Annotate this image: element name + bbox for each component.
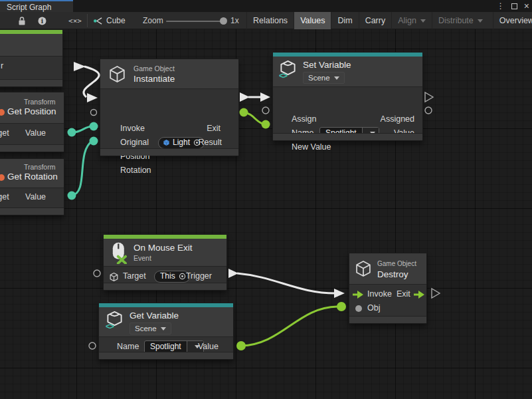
port-assign-in-arrow[interactable] <box>260 92 270 102</box>
tab-title: Script Graph <box>7 3 51 12</box>
node-footer <box>0 79 62 86</box>
port-result-dot[interactable] <box>240 108 248 117</box>
assign-row: Assign Assigned <box>273 112 422 126</box>
node-get-rotation[interactable]: Transform Get Rotation Target Value <box>0 158 64 215</box>
variable-scope-dropdown[interactable]: Scene <box>303 72 345 84</box>
original-object-value: Light <box>173 136 190 150</box>
wire-result-to-newvalue[interactable] <box>244 112 265 124</box>
zoom-slider-track[interactable] <box>166 21 224 22</box>
node-category: Game Object <box>377 260 416 267</box>
overview-button[interactable]: Overview <box>493 12 532 29</box>
edit-source-icon[interactable]: <×> <box>65 12 85 29</box>
wire-value-to-obj[interactable] <box>241 307 337 346</box>
tab-script-graph[interactable]: Script Graph <box>0 0 73 12</box>
lock-icon[interactable] <box>15 12 29 29</box>
port-invoke-in-arrow[interactable] <box>87 93 98 102</box>
invoke-port-label: Invoke <box>367 287 392 301</box>
node-destroy[interactable]: Game Object Destroy Invoke Exit Obj <box>349 253 427 324</box>
target-object-value: This <box>160 269 175 283</box>
dim-button[interactable]: Dim <box>331 12 358 29</box>
port-newvalue-dot[interactable] <box>262 120 270 129</box>
zoom-label: Zoom <box>143 16 163 25</box>
node-title: On Mouse Exit <box>133 243 193 253</box>
wire-position[interactable] <box>72 126 92 132</box>
game-object-cube-icon <box>109 272 119 282</box>
port-getvariable-name-circle[interactable] <box>89 342 96 349</box>
assign-port-label: Assign <box>292 112 317 126</box>
port-row: Target Value <box>0 126 64 140</box>
wire-trigger-to-invoke[interactable] <box>84 66 99 97</box>
new-value-port-label: New Value <box>292 140 331 154</box>
result-port-label: Result <box>199 136 222 150</box>
obj-port-dot-icon[interactable] <box>355 305 362 312</box>
chevron-down-icon <box>420 19 426 23</box>
maximize-icon[interactable] <box>511 3 517 9</box>
port-exit-out-arrow[interactable] <box>240 92 250 102</box>
invoke-port-label: Invoke <box>120 122 145 136</box>
prefab-cube-icon <box>163 139 170 146</box>
port-trigger-out-arrow[interactable] <box>228 269 238 278</box>
zoom-slider-handle[interactable] <box>220 17 227 25</box>
exit-port-label: Exit <box>207 122 221 136</box>
port-setvariable-name-circle[interactable] <box>262 107 269 114</box>
node-category: Transform <box>24 98 55 106</box>
node-subtitle: Event <box>133 254 151 262</box>
flow-out-arrow-icon[interactable] <box>414 291 424 299</box>
port-trigger-out-arrow[interactable] <box>74 62 86 71</box>
port-assigned-triangle[interactable] <box>425 92 433 102</box>
variable-scope-value: Scene <box>308 74 330 82</box>
port-instantiate-position-dot[interactable] <box>90 122 98 131</box>
graph-icon <box>93 16 103 26</box>
graph-breadcrumb[interactable]: Cube <box>93 12 126 29</box>
node-title: Destroy <box>377 269 408 279</box>
node-on-mouse-exit[interactable]: On Mouse Exit Event Target This Trigger <box>103 234 227 291</box>
game-object-cube-icon <box>108 65 127 84</box>
node-event-stub[interactable]: r <box>0 29 63 87</box>
node-footer <box>100 148 238 156</box>
node-title: Get Variable <box>130 311 179 321</box>
wire-rotation[interactable] <box>72 141 92 196</box>
align-dropdown[interactable]: Align <box>391 12 432 29</box>
window-menu-icon[interactable]: ⋮ <box>497 1 505 11</box>
exit-port-label: Exit <box>397 287 410 301</box>
port-mouseexit-target-circle[interactable] <box>94 270 100 277</box>
node-footer <box>99 352 233 359</box>
close-icon[interactable]: × <box>524 3 529 9</box>
distribute-dropdown[interactable]: Distribute <box>432 12 489 29</box>
info-icon[interactable]: i <box>35 12 49 29</box>
port-getposition-value-dot[interactable] <box>68 128 76 137</box>
variable-brackets-icon: <> <box>106 322 114 331</box>
port-destroy-obj-dot[interactable] <box>337 302 346 311</box>
node-set-variable[interactable]: <> Set Variable Scene Assign Assigned Na… <box>272 52 423 141</box>
rotation-row: Rotation <box>100 164 238 178</box>
port-getrotation-value-dot[interactable] <box>68 192 76 200</box>
target-trigger-row: Target This Trigger <box>104 269 226 283</box>
port-setvariable-value-circle[interactable] <box>425 107 432 114</box>
port-original-circle[interactable] <box>91 110 97 116</box>
original-object-field[interactable]: Light <box>158 137 205 149</box>
node-get-variable[interactable]: <> Get Variable Scene Name Spotlight Val… <box>98 303 234 360</box>
wire-trigger-to-destroy[interactable] <box>237 273 335 293</box>
object-picker-icon[interactable] <box>178 272 187 281</box>
port-destroy-invoke-arrow[interactable] <box>334 289 345 298</box>
target-port-label: Target <box>0 126 9 140</box>
invoke-exit-row: Invoke Exit <box>100 122 238 136</box>
target-object-field[interactable]: This <box>154 271 190 283</box>
graph-canvas[interactable]: r Transform Get Position Target Value Tr… <box>0 29 532 399</box>
toolbar-buttons: Relations Values Dim Carry Align Distrib… <box>246 12 532 29</box>
node-title: Set Variable <box>303 60 351 70</box>
relations-button[interactable]: Relations <box>246 12 294 29</box>
node-title: Instantiate <box>133 74 175 84</box>
port-getvariable-value-dot[interactable] <box>236 341 246 350</box>
port-destroy-exit-triangle[interactable] <box>432 289 440 298</box>
target-port-label: Target <box>0 190 9 204</box>
variable-scope-dropdown[interactable]: Scene <box>130 323 171 334</box>
carry-button[interactable]: Carry <box>359 12 392 29</box>
flow-in-arrow-icon[interactable] <box>353 291 363 299</box>
node-get-position[interactable]: Transform Get Position Target Value <box>0 92 64 152</box>
game-object-cube-icon <box>354 259 373 278</box>
port-instantiate-rotation-dot[interactable] <box>90 137 98 146</box>
node-instantiate[interactable]: Game Object Instantiate Invoke Exit Orig… <box>100 59 239 156</box>
node-category: Transform <box>24 163 55 171</box>
values-button[interactable]: Values <box>294 12 331 29</box>
